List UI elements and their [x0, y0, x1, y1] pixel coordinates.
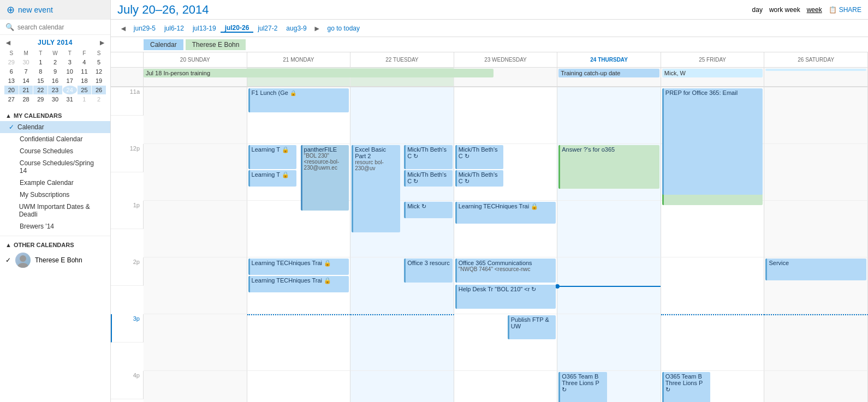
mini-cal-day[interactable]: 18 — [78, 76, 92, 85]
sidebar-item-confidential[interactable]: Confidential Calendar — [0, 133, 110, 145]
view-workweek-btn[interactable]: work week — [769, 6, 800, 14]
view-day-btn[interactable]: day — [752, 6, 763, 14]
day-header-sat[interactable]: 26 SATURDAY — [764, 52, 868, 67]
share-button[interactable]: 📋 SHARE — [829, 6, 861, 14]
event-learning-t1[interactable]: Learning T 🔒 — [248, 145, 297, 169]
nav-week-aug3[interactable]: aug3-9 — [282, 25, 311, 32]
mini-cal-day[interactable]: 14 — [19, 76, 33, 85]
allday-event-inperson[interactable]: Jul 18 In-person training — [144, 69, 494, 77]
mini-cal-day[interactable]: 5 — [92, 58, 106, 67]
sidebar-item-uwm[interactable]: UWM Important Dates & Deadli — [0, 201, 110, 220]
event-learning-tech-mon2[interactable]: Learning TECHniques Trai 🔒 — [248, 276, 349, 292]
nav-next-arrow[interactable]: ► — [311, 24, 323, 33]
mini-cal-day[interactable]: 16 — [48, 76, 62, 85]
allday-event-sat[interactable] — [765, 69, 866, 71]
mini-cal-day[interactable]: 2 — [92, 95, 106, 104]
nav-week-jul6[interactable]: jul6-12 — [160, 25, 188, 32]
sidebar-item-brewers[interactable]: Brewers '14 — [0, 220, 110, 232]
time-grid-container[interactable]: 11a F1 Lunch (Ge 🔒 — [111, 87, 868, 402]
event-mick-sync[interactable]: Mick ↻ — [404, 202, 453, 218]
event-excel-basic[interactable]: Excel Basic Part 2 resourc bol-230@uv — [352, 145, 400, 232]
mini-cal-next[interactable]: ► — [98, 38, 106, 47]
event-mick-beth1[interactable]: Mick/Th Beth's C ↻ — [404, 145, 453, 169]
go-to-today-btn[interactable]: go to today — [328, 25, 360, 32]
mini-cal-day[interactable]: 27 — [4, 95, 19, 104]
event-helpdesk[interactable]: Help Desk Tr "BOL 210" <r ↻ — [455, 285, 556, 309]
sidebar-item-example[interactable]: Example Calendar — [0, 177, 110, 189]
event-o365-team-fri[interactable]: O365 Team B Three Lions P ↻ — [662, 372, 711, 402]
event-answer-o365[interactable]: Answer ?'s for o365 — [558, 145, 659, 189]
mini-cal-day[interactable]: 31 — [63, 95, 77, 104]
event-learning-tech-wed[interactable]: Learning TECHniques Trai 🔒 — [455, 202, 556, 224]
mini-cal-day[interactable]: 1 — [78, 95, 92, 104]
day-header-fri[interactable]: 25 FRIDAY — [661, 52, 765, 67]
other-calendars-header[interactable]: ▲ OTHER CALENDARS — [0, 239, 110, 250]
time-label-12p: 12p — [111, 144, 144, 172]
event-office3-tue[interactable]: Office 3 resourc — [404, 259, 453, 283]
calendar-tag[interactable]: Calendar — [144, 39, 183, 50]
day-header-thu[interactable]: 24 THURSDAY — [557, 52, 661, 67]
mini-cal-day[interactable]: 17 — [63, 76, 77, 85]
event-publish-ftp[interactable]: Publish FTP & UW — [508, 315, 556, 339]
mini-cal-day[interactable]: 29 — [33, 95, 47, 104]
mini-cal-day[interactable]: 1 — [33, 58, 47, 67]
mini-cal-day[interactable]: 2 — [48, 58, 62, 67]
mini-cal-day[interactable]: 30 — [19, 58, 33, 67]
event-learning-t2[interactable]: Learning T 🔒 — [248, 170, 297, 187]
nav-week-jul20[interactable]: jul20-26 — [221, 24, 254, 33]
mini-cal-day[interactable]: 29 — [4, 58, 19, 67]
day-header-sun[interactable]: 20 SUNDAY — [144, 52, 247, 67]
event-mick-wed2[interactable]: Mick/Th Beth's C ↻ — [455, 170, 504, 187]
mini-cal-today[interactable]: 24 — [63, 86, 77, 94]
mini-cal-day[interactable]: 21 — [19, 86, 33, 94]
nav-prev-arrow[interactable]: ◄ — [117, 24, 129, 33]
event-service[interactable]: Service — [765, 259, 866, 280]
allday-event-training-catchup[interactable]: Training catch-up date — [558, 69, 659, 77]
event-o365-team-thu[interactable]: O365 Team B Three Lions P ↻ — [558, 372, 607, 402]
mini-cal-day[interactable]: 7 — [19, 67, 33, 76]
event-mick-wed1[interactable]: Mick/Th Beth's C ↻ — [455, 145, 504, 169]
mini-cal-day[interactable]: 4 — [78, 58, 92, 67]
sidebar-item-course[interactable]: Course Schedules — [0, 145, 110, 157]
sidebar-item-calendar[interactable]: ✓ Calendar — [0, 121, 110, 133]
nav-week-jun29[interactable]: jun29-5 — [129, 25, 160, 32]
mini-cal-day[interactable]: 13 — [4, 76, 19, 85]
mini-cal-day[interactable]: 20 — [4, 86, 19, 94]
day-header-wed[interactable]: 23 WEDNESDAY — [454, 52, 558, 67]
mini-cal-day[interactable]: 8 — [33, 67, 47, 76]
day-header-tue[interactable]: 22 TUESDAY — [350, 52, 454, 67]
mini-cal-day[interactable]: 23 — [48, 86, 62, 94]
day-header-mon[interactable]: 21 MONDAY — [247, 52, 351, 67]
event-f1-lunch[interactable]: F1 Lunch (Ge 🔒 — [248, 88, 349, 112]
event-prep-office[interactable]: PREP for Office 365: Email — [662, 88, 763, 195]
nav-week-jul13[interactable]: jul13-19 — [188, 25, 221, 32]
event-pantherfile[interactable]: pantherFILE "BOL 230" <resource-bol-230@… — [301, 145, 349, 211]
new-event-button[interactable]: ⊕ new event — [0, 0, 110, 20]
mini-cal-prev[interactable]: ◄ — [4, 38, 12, 47]
mini-cal-day[interactable]: 9 — [48, 67, 62, 76]
event-office365-comm[interactable]: Office 365 Communications "NWQB 7464" <r… — [455, 259, 556, 283]
view-week-btn[interactable]: week — [807, 6, 822, 14]
mini-cal-day[interactable]: 10 — [63, 67, 77, 76]
sidebar-item-course-spring[interactable]: Course Schedules/Spring 14 — [0, 157, 110, 177]
mini-cal-day[interactable]: 25 — [78, 86, 92, 94]
my-calendars-header[interactable]: ▲ MY CALENDARS — [0, 110, 110, 121]
allday-event-mick[interactable]: Mick, W — [662, 69, 763, 77]
user-item-therese[interactable]: ✓ Therese E Bohn — [0, 250, 110, 270]
event-mick-beth2[interactable]: Mick/Th Beth's C ↻ — [404, 170, 453, 187]
mini-cal-day[interactable]: 28 — [19, 95, 33, 104]
mini-cal-day[interactable]: 22 — [33, 86, 47, 94]
mini-cal-day[interactable]: 26 — [92, 86, 106, 94]
mini-cal-day[interactable]: 11 — [78, 67, 92, 76]
mini-cal-day[interactable]: 15 — [33, 76, 47, 85]
event-learning-tech-mon1[interactable]: Learning TECHniques Trai 🔒 — [248, 259, 349, 275]
user-tag[interactable]: Therese E Bohn — [186, 39, 246, 50]
nav-week-jul27[interactable]: jul27-2 — [253, 25, 282, 32]
mini-cal-day[interactable]: 30 — [48, 95, 62, 104]
sidebar-item-subscriptions[interactable]: My Subscriptions — [0, 189, 110, 201]
mini-cal-day[interactable]: 6 — [4, 67, 19, 76]
mini-cal-day[interactable]: 3 — [63, 58, 77, 67]
mini-cal-day[interactable]: 12 — [92, 67, 106, 76]
search-input[interactable] — [17, 23, 99, 31]
mini-cal-day[interactable]: 19 — [92, 76, 106, 85]
